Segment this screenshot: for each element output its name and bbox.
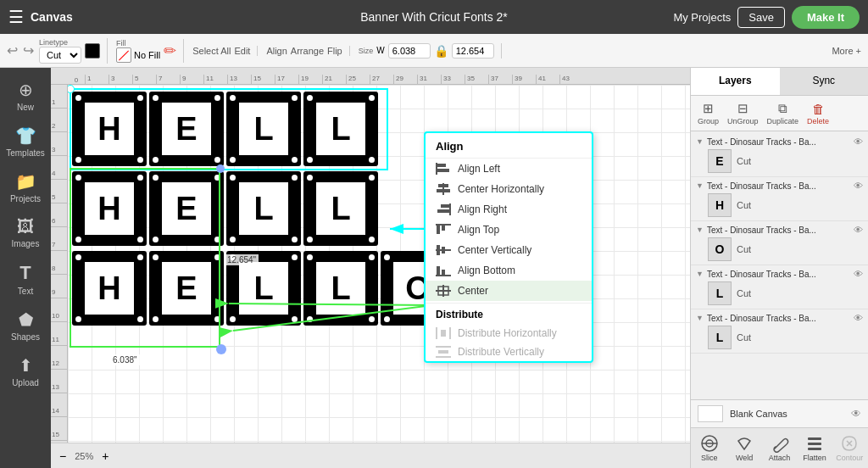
- height-input[interactable]: [452, 43, 494, 58]
- contour-button[interactable]: Contour: [833, 432, 866, 465]
- align-center-h-item[interactable]: Center Horizontally: [426, 179, 592, 199]
- layer-arrow-1[interactable]: ▼: [696, 181, 704, 190]
- right-tabs: Layers Sync: [691, 68, 868, 96]
- layer-arrow-0[interactable]: ▼: [696, 137, 704, 146]
- align-right-item[interactable]: Align Right: [426, 199, 592, 220]
- sidebar-item-text[interactable]: T Text: [3, 257, 47, 301]
- weld-button[interactable]: Weld: [727, 432, 760, 465]
- ruler-top: 0 1 3 5 7 9 11 13 15 17 19 21 25 27 29 3…: [51, 68, 690, 85]
- layer-item-0[interactable]: ▼ Text - Dinosaur Tracks - Ba... 👁 E Cut: [691, 133, 868, 177]
- align-center-item[interactable]: Center: [426, 281, 592, 301]
- layer-eye-4[interactable]: 👁: [854, 313, 863, 323]
- layer-eye-1[interactable]: 👁: [854, 181, 863, 191]
- left-sidebar: ⊕ New 👕 Templates 📁 Projects 🖼 Images T …: [0, 68, 51, 468]
- svg-rect-37: [808, 448, 821, 450]
- layer-item-2[interactable]: ▼ Text - Dinosaur Tracks - Ba... 👁 O Cut: [691, 221, 868, 265]
- align-center-h-label: Center Horizontally: [458, 183, 544, 195]
- sidebar-item-new[interactable]: ⊕ New: [3, 75, 47, 117]
- svg-rect-26: [436, 346, 451, 348]
- flip-button[interactable]: Flip: [327, 46, 342, 56]
- duplicate-button[interactable]: ⧉ Duplicate: [764, 99, 803, 127]
- make-it-button[interactable]: Make It: [792, 6, 860, 29]
- linetype-select[interactable]: Cut: [39, 47, 81, 64]
- layer-thumb-1: H: [708, 193, 732, 217]
- svg-rect-16: [442, 247, 445, 254]
- arrange-button[interactable]: Arrange: [291, 46, 324, 56]
- align-left-label: Align Left: [458, 163, 500, 175]
- edit-button[interactable]: Edit: [234, 46, 250, 56]
- layer-name-1: Text - Dinosaur Tracks - Ba...: [707, 181, 850, 191]
- sidebar-item-shapes[interactable]: ⬟ Shapes: [3, 304, 47, 347]
- letter-tile-H3: H: [72, 251, 147, 326]
- width-input[interactable]: [388, 43, 431, 58]
- more-button[interactable]: More +: [832, 46, 861, 56]
- linetype-color[interactable]: [85, 43, 100, 58]
- align-center-v-item[interactable]: Center Vertically: [426, 240, 592, 260]
- sidebar-item-upload[interactable]: ⬆ Upload: [3, 350, 47, 393]
- canvas-content[interactable]: H E L: [68, 85, 690, 443]
- sidebar-item-templates[interactable]: 👕 Templates: [3, 120, 47, 163]
- letter-tile-L1: L: [226, 92, 301, 166]
- undo-button[interactable]: ↩: [7, 42, 18, 58]
- zoom-in-button[interactable]: +: [102, 449, 108, 463]
- duplicate-icon: ⧉: [778, 101, 787, 116]
- align-bottom-item[interactable]: Align Bottom: [426, 260, 592, 281]
- layer-eye-0[interactable]: 👁: [854, 136, 863, 147]
- redo-button[interactable]: ↪: [23, 42, 34, 58]
- layer-eye-3[interactable]: 👁: [854, 269, 863, 279]
- layer-sub-label-1: Cut: [737, 200, 751, 210]
- slice-button[interactable]: Slice: [693, 432, 726, 465]
- green-handle-br[interactable]: [216, 344, 226, 354]
- tab-layers[interactable]: Layers: [691, 68, 780, 95]
- blank-canvas-box: [698, 405, 723, 422]
- align-center-v-label: Center Vertically: [458, 244, 531, 256]
- svg-rect-6: [438, 184, 448, 187]
- delete-button[interactable]: 🗑 Delete: [804, 100, 832, 127]
- group-button[interactable]: ⊞ Group: [694, 99, 722, 127]
- layer-eye-2[interactable]: 👁: [854, 225, 863, 235]
- letter-tile-E2: E: [149, 171, 224, 246]
- align-button[interactable]: Align: [266, 46, 287, 56]
- svg-rect-3: [437, 164, 446, 167]
- sidebar-item-projects-label: Projects: [10, 194, 41, 203]
- menu-icon[interactable]: ☰: [8, 7, 24, 27]
- save-button[interactable]: Save: [737, 7, 785, 28]
- layer-arrow-2[interactable]: ▼: [696, 226, 704, 234]
- bottom-toolbar: Slice Weld Attach Flatten Contour: [691, 427, 868, 468]
- layer-item-4[interactable]: ▼ Text - Dinosaur Tracks - Ba... 👁 L Cut: [691, 309, 868, 354]
- layer-item-1[interactable]: ▼ Text - Dinosaur Tracks - Ba... 👁 H Cut: [691, 177, 868, 221]
- sidebar-item-projects[interactable]: 📁 Projects: [3, 166, 47, 209]
- svg-rect-27: [436, 356, 451, 358]
- layer-sub-label-2: Cut: [737, 244, 751, 254]
- canvas-area[interactable]: 0 1 3 5 7 9 11 13 15 17 19 21 25 27 29 3…: [51, 68, 690, 468]
- align-center-label: Center: [458, 285, 488, 297]
- attach-button[interactable]: Attach: [763, 432, 796, 465]
- letter-tile-H2: H: [72, 171, 147, 246]
- flatten-button[interactable]: Flatten: [798, 432, 831, 465]
- layer-arrow-3[interactable]: ▼: [696, 270, 704, 278]
- sidebar-item-images[interactable]: 🖼 Images: [3, 212, 47, 254]
- distribute-v-label: Distribute Vertically: [458, 346, 544, 358]
- blank-canvas-eye[interactable]: 👁: [851, 408, 861, 420]
- svg-rect-28: [438, 350, 448, 354]
- images-icon: 🖼: [17, 217, 34, 237]
- tab-sync[interactable]: Sync: [780, 68, 869, 95]
- fill-value: No Fill: [134, 50, 160, 60]
- distribute-h-item[interactable]: Distribute Horizontally: [426, 324, 592, 343]
- layer-item-3[interactable]: ▼ Text - Dinosaur Tracks - Ba... 👁 L Cut: [691, 265, 868, 309]
- green-handle-tr[interactable]: [216, 164, 225, 173]
- fill-color[interactable]: [116, 47, 131, 63]
- svg-rect-7: [437, 189, 450, 192]
- svg-rect-35: [808, 437, 821, 440]
- distribute-v-item[interactable]: Distribute Vertically: [426, 343, 592, 361]
- align-top-item[interactable]: Align Top: [426, 220, 592, 240]
- sidebar-item-templates-label: Templates: [6, 148, 45, 158]
- my-projects-button[interactable]: My Projects: [673, 11, 731, 24]
- align-left-item[interactable]: Align Left: [426, 159, 592, 179]
- zoom-out-button[interactable]: −: [59, 449, 66, 463]
- select-all-button[interactable]: Select All: [192, 46, 231, 56]
- layer-arrow-4[interactable]: ▼: [696, 314, 704, 322]
- ungroup-button[interactable]: ⊟ UnGroup: [724, 99, 762, 127]
- svg-rect-36: [808, 443, 821, 445]
- align-dropdown: Align Align Left Center Horizontally Ali…: [424, 131, 593, 363]
